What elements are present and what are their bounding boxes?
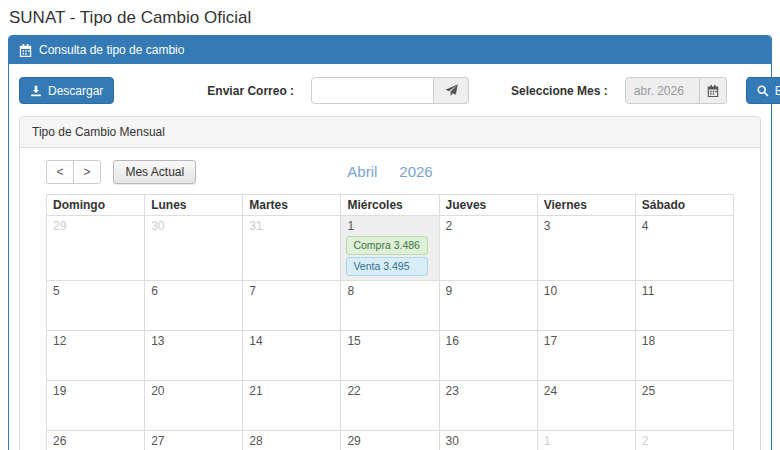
calendar-day-cell[interactable]: 30	[145, 216, 243, 281]
datepicker-calendar-icon	[707, 85, 719, 97]
download-button[interactable]: Descargar	[19, 77, 114, 104]
calendar-day-cell[interactable]: 1	[537, 431, 635, 450]
calendar-day-cell[interactable]: 5	[47, 281, 145, 331]
search-icon	[757, 85, 769, 97]
day-number: 24	[543, 383, 630, 400]
calendar-day-cell[interactable]: 29	[341, 431, 439, 450]
day-number: 14	[248, 333, 335, 350]
calendar-year: 2026	[399, 163, 432, 180]
select-month-label: Seleccione Mes :	[511, 84, 608, 98]
calendar-day-cell[interactable]: 23	[439, 381, 537, 431]
day-number: 2	[445, 218, 532, 235]
calendar-week-row: 19202122232425	[47, 381, 734, 431]
calendar-day-cell[interactable]: 27	[145, 431, 243, 450]
calendar-day-cell[interactable]: 2	[439, 216, 537, 281]
day-number: 19	[52, 383, 139, 400]
calendar-day-cell[interactable]: 9	[439, 281, 537, 331]
calendar-day-cell[interactable]: 4	[635, 216, 733, 281]
monthly-panel-heading: Tipo de Cambio Mensual	[20, 117, 760, 148]
day-number: 28	[248, 433, 335, 450]
day-number: 4	[641, 218, 728, 235]
weekday-header: Domingo	[47, 195, 145, 216]
email-label: Enviar Correo :	[207, 84, 294, 98]
calendar-day-cell[interactable]: 20	[145, 381, 243, 431]
calendar-day-cell[interactable]: 21	[243, 381, 341, 431]
calendar-day-cell[interactable]: 22	[341, 381, 439, 431]
calendar-day-cell[interactable]: 2	[635, 431, 733, 450]
calendar-day-cell[interactable]: 15	[341, 331, 439, 381]
calendar-day-cell[interactable]: 12	[47, 331, 145, 381]
calendar-week-row: 567891011	[47, 281, 734, 331]
page: SUNAT - Tipo de Cambio Oficial Consulta …	[0, 0, 780, 450]
email-input[interactable]	[311, 77, 434, 104]
day-number: 6	[150, 283, 237, 300]
day-number: 3	[543, 218, 630, 235]
calendar-icon	[19, 44, 32, 57]
day-number: 30	[150, 218, 237, 235]
month-nav-group: < >	[46, 160, 101, 184]
calendar-day-cell[interactable]: 16	[439, 331, 537, 381]
weekday-row: DomingoLunesMartesMiércolesJuevesViernes…	[47, 195, 734, 216]
calendar-day-cell[interactable]: 1Compra 3.486Venta 3.495	[341, 216, 439, 281]
day-number: 12	[52, 333, 139, 350]
paper-plane-icon	[445, 84, 458, 97]
weekday-header: Miércoles	[341, 195, 439, 216]
calendar-day-cell[interactable]: 26	[47, 431, 145, 450]
calendar-week-row: 12131415161718	[47, 331, 734, 381]
calendar-week-row: 2930311Compra 3.486Venta 3.495234	[47, 216, 734, 281]
day-number: 15	[346, 333, 433, 350]
calendar-day-cell[interactable]: 6	[145, 281, 243, 331]
calendar-day-cell[interactable]: 19	[47, 381, 145, 431]
next-month-button[interactable]: >	[73, 160, 101, 184]
day-number: 20	[150, 383, 237, 400]
day-number: 10	[543, 283, 630, 300]
day-number: 11	[641, 283, 728, 300]
calendar-day-cell[interactable]: 25	[635, 381, 733, 431]
calendar-day-cell[interactable]: 10	[537, 281, 635, 331]
calendar-day-cell[interactable]: 7	[243, 281, 341, 331]
calendar-day-cell[interactable]: 17	[537, 331, 635, 381]
day-number: 29	[346, 433, 433, 450]
monthly-exchange-panel: Tipo de Cambio Mensual < > Mes Actual Ab…	[19, 116, 761, 450]
main-panel-heading-label: Consulta de tipo de cambio	[39, 43, 184, 57]
day-number: 13	[150, 333, 237, 350]
main-panel: Consulta de tipo de cambio Descargar Env…	[8, 35, 772, 450]
main-panel-body: Descargar Enviar Correo : Seleccione Mes…	[9, 64, 771, 450]
day-number: 30	[445, 433, 532, 450]
calendar-body: 2930311Compra 3.486Venta 3.4952345678910…	[47, 216, 734, 450]
prev-month-button[interactable]: <	[46, 160, 74, 184]
day-number: 9	[445, 283, 532, 300]
day-number: 26	[52, 433, 139, 450]
calendar-week-row: 262728293012	[47, 431, 734, 450]
weekday-header: Lunes	[145, 195, 243, 216]
download-button-label: Descargar	[48, 84, 103, 98]
calendar-day-cell[interactable]: 8	[341, 281, 439, 331]
day-number: 2	[641, 433, 728, 450]
month-input-group	[625, 77, 727, 104]
calendar-day-cell[interactable]: 28	[243, 431, 341, 450]
current-month-button[interactable]: Mes Actual	[113, 160, 196, 184]
weekday-header: Sábado	[635, 195, 733, 216]
page-title: SUNAT - Tipo de Cambio Oficial	[8, 0, 772, 35]
calendar-day-cell[interactable]: 3	[537, 216, 635, 281]
search-button[interactable]: Buscar	[746, 77, 780, 104]
calendar-day-cell[interactable]: 18	[635, 331, 733, 381]
month-input[interactable]	[625, 77, 700, 104]
day-number: 5	[52, 283, 139, 300]
send-email-button[interactable]	[434, 77, 469, 104]
calendar-day-cell[interactable]: 14	[243, 331, 341, 381]
search-button-label: Buscar	[775, 84, 780, 98]
download-icon	[30, 85, 42, 97]
weekday-header: Martes	[243, 195, 341, 216]
datepicker-button[interactable]	[700, 77, 727, 104]
calendar-day-cell[interactable]: 31	[243, 216, 341, 281]
calendar-day-cell[interactable]: 11	[635, 281, 733, 331]
day-number: 25	[641, 383, 728, 400]
calendar-day-cell[interactable]: 30	[439, 431, 537, 450]
calendar-table: DomingoLunesMartesMiércolesJuevesViernes…	[46, 194, 734, 450]
calendar-day-cell[interactable]: 24	[537, 381, 635, 431]
calendar-day-cell[interactable]: 29	[47, 216, 145, 281]
email-input-group	[311, 77, 469, 104]
day-number: 1	[543, 433, 630, 450]
calendar-day-cell[interactable]: 13	[145, 331, 243, 381]
